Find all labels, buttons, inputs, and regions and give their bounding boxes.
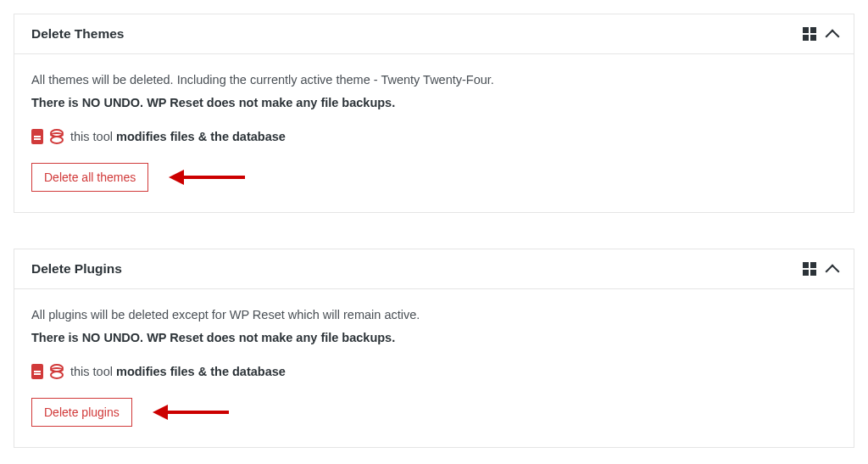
tool-row: this tool modifies files & the database [31, 129, 837, 144]
card-header-actions [803, 262, 838, 276]
file-icon [31, 129, 43, 144]
database-icon [50, 364, 64, 379]
database-icon [50, 129, 64, 144]
grid-icon[interactable] [803, 27, 816, 41]
action-row: Delete plugins [31, 398, 837, 427]
card-body: All plugins will be deleted except for W… [14, 289, 854, 447]
annotation-arrow [169, 171, 245, 184]
delete-themes-card: Delete Themes All themes will be deleted… [14, 14, 854, 213]
delete-plugins-card: Delete Plugins All plugins will be delet… [14, 249, 854, 448]
chevron-up-icon[interactable] [826, 263, 838, 275]
card-title: Delete Themes [31, 26, 124, 42]
chevron-up-icon[interactable] [826, 28, 838, 40]
card-header: Delete Themes [14, 14, 854, 54]
tool-row: this tool modifies files & the database [31, 364, 837, 379]
warning-text: There is NO UNDO. WP Reset does not make… [31, 329, 837, 347]
warning-text: There is NO UNDO. WP Reset does not make… [31, 94, 837, 112]
tool-text: this tool modifies files & the database [70, 365, 286, 378]
card-header-actions [803, 27, 838, 41]
file-icon [31, 364, 43, 379]
grid-icon[interactable] [803, 262, 816, 276]
description-text: All themes will be deleted. Including th… [31, 71, 837, 89]
description-text: All plugins will be deleted except for W… [31, 306, 837, 324]
tool-text: this tool modifies files & the database [70, 130, 286, 143]
delete-plugins-button[interactable]: Delete plugins [31, 398, 132, 427]
card-header: Delete Plugins [14, 249, 854, 289]
card-body: All themes will be deleted. Including th… [14, 54, 854, 212]
annotation-arrow [153, 405, 229, 419]
card-title: Delete Plugins [31, 261, 122, 277]
action-row: Delete all themes [31, 163, 837, 192]
delete-all-themes-button[interactable]: Delete all themes [31, 163, 148, 192]
